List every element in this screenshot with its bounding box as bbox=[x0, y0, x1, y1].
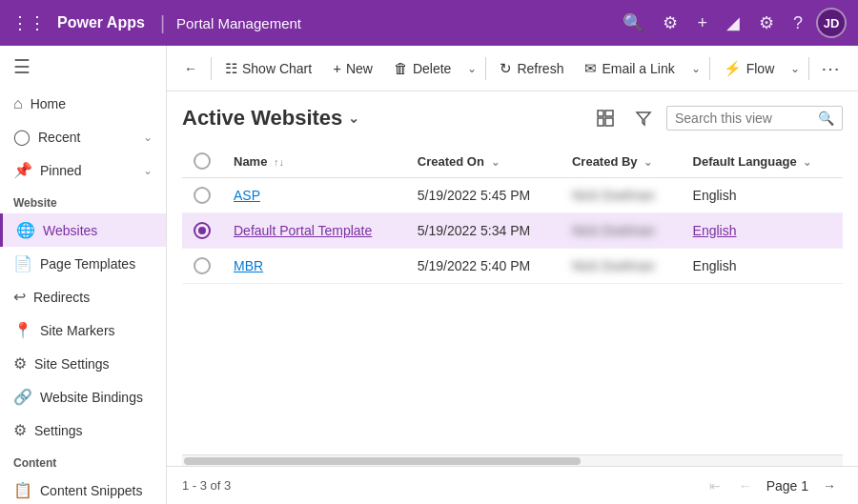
table-header-row: Name ↑↓ Created On ⌄ Created By ⌄ bbox=[182, 145, 843, 178]
row-select-cell[interactable] bbox=[182, 213, 222, 249]
flow-dropdown-button[interactable]: ⌄ bbox=[786, 56, 805, 81]
cmd-separator-3 bbox=[709, 57, 710, 80]
sidebar-item-redirects[interactable]: ↩ Redirects bbox=[0, 280, 166, 313]
sidebar-item-website-bindings[interactable]: 🔗 Website Bindings bbox=[0, 380, 166, 413]
row-name-link[interactable]: ASP bbox=[234, 188, 260, 203]
record-count: 1 - 3 of 3 bbox=[182, 478, 231, 493]
delete-dropdown-button[interactable]: ⌄ bbox=[462, 56, 481, 81]
prev-page-button[interactable]: ← bbox=[732, 473, 759, 499]
refresh-label: Refresh bbox=[517, 61, 563, 76]
col-header-created-on[interactable]: Created On ⌄ bbox=[406, 145, 561, 178]
search-icon: 🔍 bbox=[818, 111, 834, 126]
more-options-button[interactable]: ⋯ bbox=[813, 55, 848, 82]
sidebar-item-websites-label: Websites bbox=[43, 223, 97, 238]
default-language-sort-icon: ⌄ bbox=[803, 156, 811, 168]
portal-name: Portal Management bbox=[176, 15, 301, 31]
page-nav: ⇤ ← Page 1 → bbox=[702, 473, 843, 499]
table-scroll[interactable]: Name ↑↓ Created On ⌄ Created By ⌄ bbox=[182, 145, 843, 454]
col-name-label: Name bbox=[234, 154, 267, 169]
sidebar-item-page-templates[interactable]: 📄 Page Templates bbox=[0, 247, 166, 280]
view-toggle-button[interactable] bbox=[590, 103, 621, 133]
filter-icon[interactable]: ◢ bbox=[726, 12, 740, 33]
row-created-on-cell: 5/19/2022 5:34 PM bbox=[406, 213, 561, 249]
email-link-dropdown-button[interactable]: ⌄ bbox=[686, 56, 705, 81]
row-select-cell[interactable] bbox=[182, 249, 222, 284]
pinned-icon: 📌 bbox=[13, 161, 32, 179]
row-radio[interactable] bbox=[194, 187, 211, 204]
back-button[interactable]: ← bbox=[174, 55, 207, 82]
row-name-link[interactable]: MBR bbox=[234, 258, 263, 273]
radio-selected[interactable] bbox=[194, 222, 211, 239]
delete-button[interactable]: 🗑 Delete bbox=[384, 54, 460, 82]
sidebar-item-content-snippets[interactable]: 📋 Content Snippets bbox=[0, 474, 166, 504]
email-link-button[interactable]: ✉ Email a Link bbox=[575, 54, 684, 83]
flow-label: Flow bbox=[746, 61, 775, 76]
back-icon: ← bbox=[184, 61, 197, 76]
command-bar: ← ☷ Show Chart + New 🗑 Delete ⌄ ↻ Refres… bbox=[167, 46, 858, 91]
sidebar-item-site-settings-label: Site Settings bbox=[34, 356, 110, 372]
row-name-cell[interactable]: Default Portal Template bbox=[222, 213, 406, 249]
row-default-language-cell: English bbox=[682, 213, 843, 249]
settings-ring-icon[interactable]: ⚙ bbox=[663, 12, 678, 33]
filter-view-icon bbox=[635, 110, 652, 127]
sidebar-item-recent-label: Recent bbox=[38, 130, 80, 145]
sidebar: ☰ ⌂ Home ◯ Recent ⌄ 📌 Pinned ⌄ Website 🌐… bbox=[0, 46, 167, 504]
hamburger-icon[interactable]: ☰ bbox=[0, 46, 166, 88]
delete-label: Delete bbox=[413, 61, 451, 76]
avatar[interactable]: JD bbox=[816, 8, 847, 38]
sidebar-item-recent[interactable]: ◯ Recent ⌄ bbox=[0, 120, 166, 153]
recent-icon: ◯ bbox=[13, 128, 31, 146]
nav-divider: | bbox=[160, 12, 165, 34]
cmd-separator-4 bbox=[808, 57, 809, 80]
created-by-sort-icon: ⌄ bbox=[644, 156, 652, 168]
sidebar-item-site-settings[interactable]: ⚙ Site Settings bbox=[0, 347, 166, 380]
name-sort-icon: ↑↓ bbox=[274, 156, 284, 168]
cmd-separator-1 bbox=[211, 57, 212, 80]
row-radio[interactable] bbox=[194, 257, 211, 274]
horizontal-scrollbar[interactable] bbox=[182, 454, 843, 466]
search-box: 🔍 bbox=[666, 106, 843, 131]
svg-rect-0 bbox=[598, 111, 603, 116]
waffle-icon[interactable]: ⋮⋮ bbox=[11, 12, 46, 33]
sidebar-item-site-markers-label: Site Markers bbox=[40, 323, 115, 338]
col-header-created-by[interactable]: Created By ⌄ bbox=[561, 145, 682, 178]
show-chart-button[interactable]: ☷ Show Chart bbox=[215, 54, 321, 83]
search-input[interactable] bbox=[675, 111, 812, 126]
next-page-button[interactable]: → bbox=[816, 473, 843, 499]
refresh-button[interactable]: ↻ Refresh bbox=[490, 54, 573, 83]
col-header-default-language[interactable]: Default Language ⌄ bbox=[682, 145, 843, 178]
search-icon[interactable]: 🔍 bbox=[623, 12, 644, 33]
content-snippets-icon: 📋 bbox=[13, 481, 32, 499]
row-name-cell[interactable]: MBR bbox=[222, 249, 406, 284]
col-default-language-label: Default Language bbox=[693, 154, 797, 169]
view-title-text: Active Websites bbox=[182, 106, 342, 131]
row-language-link[interactable]: English bbox=[693, 223, 737, 238]
sidebar-item-home-label: Home bbox=[31, 96, 66, 111]
bottom-bar: 1 - 3 of 3 ⇤ ← Page 1 → bbox=[167, 466, 858, 504]
help-icon[interactable]: ? bbox=[793, 13, 803, 33]
sidebar-item-websites[interactable]: 🌐 Websites bbox=[0, 213, 166, 247]
add-icon[interactable]: + bbox=[697, 13, 707, 33]
delete-icon: 🗑 bbox=[394, 60, 408, 76]
view-title-chevron-icon[interactable]: ⌄ bbox=[348, 111, 359, 126]
sidebar-item-pinned[interactable]: 📌 Pinned ⌄ bbox=[0, 153, 166, 187]
sidebar-item-settings[interactable]: ⚙ Settings bbox=[0, 413, 166, 447]
created-on-sort-icon: ⌄ bbox=[491, 156, 500, 168]
sidebar-item-home[interactable]: ⌂ Home bbox=[0, 88, 166, 120]
main-area: ☰ ⌂ Home ◯ Recent ⌄ 📌 Pinned ⌄ Website 🌐… bbox=[0, 46, 858, 504]
view-title: Active Websites ⌄ bbox=[182, 106, 359, 131]
table-body: ASP5/19/2022 5:45 PMNick DoelmanEnglishD… bbox=[182, 178, 843, 284]
flow-button[interactable]: ⚡ Flow bbox=[714, 54, 785, 83]
select-all-checkbox[interactable] bbox=[194, 152, 211, 170]
row-select-cell[interactable] bbox=[182, 178, 222, 213]
first-page-button[interactable]: ⇤ bbox=[702, 473, 728, 499]
filter-view-button[interactable] bbox=[628, 103, 659, 133]
gear-icon[interactable]: ⚙ bbox=[759, 12, 774, 33]
col-header-name[interactable]: Name ↑↓ bbox=[222, 145, 406, 178]
row-name-cell[interactable]: ASP bbox=[222, 178, 406, 213]
sidebar-item-pinned-label: Pinned bbox=[40, 163, 82, 178]
sidebar-item-site-markers[interactable]: 📍 Site Markers bbox=[0, 313, 166, 347]
row-name-link[interactable]: Default Portal Template bbox=[234, 223, 372, 238]
select-all-header[interactable] bbox=[182, 145, 222, 178]
new-button[interactable]: + New bbox=[323, 54, 382, 82]
